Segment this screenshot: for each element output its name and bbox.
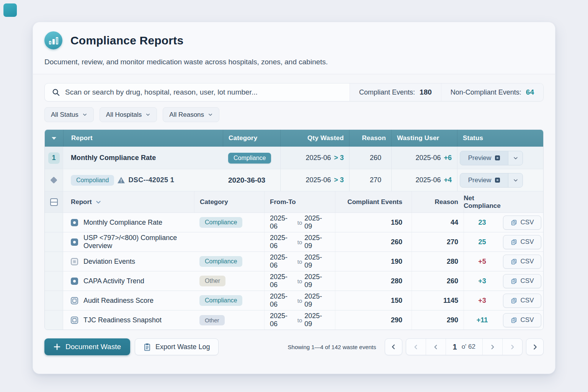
page-last-button[interactable] bbox=[526, 338, 544, 355]
table-row[interactable]: USP <797>/<800) Compliance Overview 2025… bbox=[45, 232, 543, 252]
corner-accent-decoration bbox=[3, 3, 17, 17]
from-to-range: 2025-06 to 2025-09 bbox=[264, 252, 335, 271]
reason-cell: 1145 bbox=[412, 291, 464, 310]
page-next-button[interactable] bbox=[502, 339, 522, 355]
compliant-events-cell: 190 bbox=[335, 252, 412, 271]
report-name: Monthly Compliance Rate bbox=[83, 219, 162, 227]
col-report: Report bbox=[63, 130, 223, 147]
event-code: DSC--42025 1 bbox=[128, 176, 174, 184]
chevron-right-icon bbox=[490, 344, 495, 350]
from-to-range: 2025-06 to 2025-09 bbox=[264, 271, 335, 291]
bar-chart-icon bbox=[44, 31, 62, 49]
chevron-left-icon bbox=[433, 344, 439, 350]
report-name: Monthly Compliance Rate bbox=[71, 154, 156, 162]
net-compliance-cell: +3 bbox=[464, 297, 500, 305]
report-name: USP <797>/<800) Compliance Overview bbox=[83, 234, 189, 250]
preview-dropdown-toggle[interactable] bbox=[508, 151, 523, 165]
noncompliant-events-label: Non-Compliant Events: bbox=[451, 88, 521, 96]
compliant-events-cell: 150 bbox=[335, 291, 412, 310]
pagination-group: 1 o' 62 bbox=[406, 338, 523, 355]
col-net-compliance: Net Compliance bbox=[464, 191, 500, 212]
category-date: 2020-36-03 bbox=[228, 176, 265, 185]
category-badge: Compliance bbox=[199, 295, 242, 306]
page-forward-button[interactable] bbox=[482, 339, 502, 355]
table-row[interactable]: TJC Readiness Snapshot Other 2025-06 to … bbox=[45, 310, 543, 330]
compliant-events-value: 180 bbox=[420, 88, 432, 96]
col-compliant-events: Compliant Events bbox=[335, 191, 412, 212]
page-subtitle: Document, review, and monitor medication… bbox=[44, 58, 543, 66]
page-first-button[interactable] bbox=[385, 338, 402, 355]
preview-doc-icon bbox=[495, 155, 500, 160]
table-row[interactable]: Audit Readiness Score Compliance 2025-06… bbox=[45, 291, 543, 310]
csv-export-button[interactable]: CSV bbox=[503, 255, 541, 269]
copy-icon bbox=[511, 258, 517, 265]
table-rows-icon bbox=[50, 198, 58, 206]
net-compliance-cell: 25 bbox=[464, 238, 500, 246]
page-prev-button[interactable] bbox=[406, 339, 426, 355]
wasting-user-delta: +6 bbox=[444, 154, 452, 162]
reason-cell: 290 bbox=[412, 310, 464, 330]
page-title: Compliance Reports bbox=[70, 34, 183, 47]
compliant-events-cell: 260 bbox=[335, 232, 412, 252]
from-to-range: 2025-06 to 2025-09 bbox=[264, 310, 335, 330]
chevron-right-icon bbox=[532, 344, 538, 350]
clipboard-icon bbox=[144, 343, 151, 351]
filter-row: All Status All Hospitals All Reasons bbox=[44, 107, 544, 122]
chevron-down-icon bbox=[208, 112, 213, 117]
plus-icon bbox=[54, 343, 60, 350]
footer-bar: Document Waste Export Waste Log Showing … bbox=[44, 338, 544, 355]
preview-dropdown-toggle[interactable] bbox=[508, 173, 523, 187]
col-category: Category bbox=[223, 130, 280, 147]
wasting-user-date: 2025-06 bbox=[415, 154, 441, 162]
table-row[interactable]: CAPA Activity Trend Other 2025-06 to 202… bbox=[45, 271, 543, 291]
document-waste-button[interactable]: Document Waste bbox=[44, 338, 130, 355]
report-name: Deviation Events bbox=[83, 258, 135, 266]
table-row[interactable]: Compoliand DSC--42025 1 2020-36-03 2025-… bbox=[45, 169, 543, 191]
col-report-sortable[interactable]: Report bbox=[63, 191, 194, 212]
diamond-marker-icon bbox=[50, 176, 57, 183]
table-row[interactable]: Monthly Compliance Rate Compliance 2025-… bbox=[45, 212, 543, 232]
export-waste-log-button[interactable]: Export Waste Log bbox=[135, 338, 219, 355]
filter-status-dropdown[interactable]: All Status bbox=[44, 107, 94, 122]
wasting-user-date: 2025-06 bbox=[415, 176, 441, 184]
chevron-left-icon bbox=[413, 344, 419, 350]
chevron-left-icon bbox=[390, 344, 397, 350]
reason-cell: 280 bbox=[412, 252, 464, 271]
category-badge: Compliance bbox=[199, 256, 242, 267]
csv-export-button[interactable]: CSV bbox=[503, 313, 541, 327]
compliant-events-stat: Compliant Events: 180 bbox=[350, 83, 441, 101]
copy-icon bbox=[511, 278, 517, 284]
net-compliance-cell: +5 bbox=[464, 258, 500, 266]
net-compliance-cell: 23 bbox=[464, 219, 500, 227]
reason-cell: 44 bbox=[412, 213, 464, 232]
reason-value: 260 bbox=[370, 154, 381, 162]
compliant-events-label: Compliant Events: bbox=[359, 88, 415, 96]
row-number-badge: 1 bbox=[48, 152, 60, 164]
search-input[interactable] bbox=[65, 88, 343, 96]
csv-export-button[interactable]: CSV bbox=[503, 274, 541, 288]
report-name: CAPA Activity Trend bbox=[83, 277, 144, 285]
from-to-range: 2025-06 to 2025-09 bbox=[264, 213, 335, 232]
pagination-summary: Showing 1—4 of 142 waste events bbox=[288, 344, 376, 350]
current-page: 1 bbox=[453, 343, 457, 351]
table-row[interactable]: Deviation Events Compliance 2025-06 to 2… bbox=[45, 252, 543, 271]
page-back-button[interactable] bbox=[426, 339, 446, 355]
csv-export-button[interactable]: CSV bbox=[503, 235, 541, 249]
search-icon bbox=[52, 88, 60, 96]
waste-table-header: Report Category Qty Wasted Reason Wastin… bbox=[45, 130, 543, 147]
table-row[interactable]: 1 Monthly Compliance Rate Compliance 202… bbox=[45, 147, 543, 169]
filter-hospitals-dropdown[interactable]: All Hospitals bbox=[100, 107, 157, 122]
chevron-down-icon bbox=[145, 112, 150, 117]
preview-button[interactable]: Preview bbox=[460, 151, 523, 165]
report-icon bbox=[71, 219, 78, 226]
filter-reasons-dropdown[interactable]: All Reasons bbox=[163, 107, 219, 122]
qty-wasted-delta: > 3 bbox=[334, 176, 344, 184]
panel-header: Compliance Reports Document, review, and… bbox=[33, 22, 555, 74]
collapse-caret-icon[interactable] bbox=[52, 137, 56, 140]
col-reason: Reason bbox=[349, 130, 391, 147]
csv-export-button[interactable]: CSV bbox=[503, 216, 541, 230]
report-name: TJC Readiness Snapshot bbox=[83, 316, 162, 324]
noncompliant-events-value: 64 bbox=[526, 88, 534, 96]
preview-button[interactable]: Preview bbox=[460, 173, 523, 188]
csv-export-button[interactable]: CSV bbox=[503, 294, 541, 308]
